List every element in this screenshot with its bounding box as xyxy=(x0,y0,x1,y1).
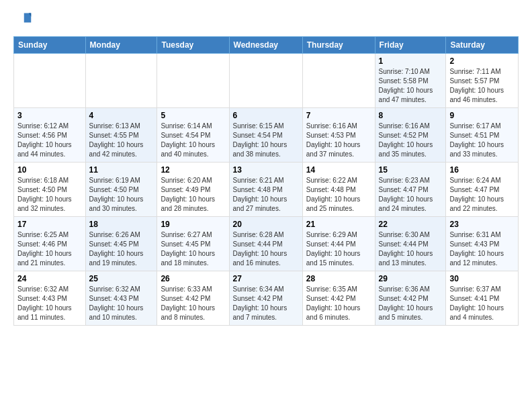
calendar-cell: 27Sunrise: 6:34 AM Sunset: 4:42 PM Dayli… xyxy=(229,271,302,326)
calendar-cell: 4Sunrise: 6:13 AM Sunset: 4:55 PM Daylig… xyxy=(85,108,157,163)
col-header-saturday: Saturday xyxy=(446,37,519,54)
day-number: 7 xyxy=(306,111,371,120)
day-info: Sunrise: 6:34 AM Sunset: 4:42 PM Dayligh… xyxy=(233,285,299,322)
day-info: Sunrise: 7:11 AM Sunset: 5:57 PM Dayligh… xyxy=(449,67,515,105)
calendar-cell: 16Sunrise: 6:24 AM Sunset: 4:47 PM Dayli… xyxy=(446,163,519,217)
calendar-cell: 12Sunrise: 6:20 AM Sunset: 4:49 PM Dayli… xyxy=(157,163,229,217)
day-info: Sunrise: 6:15 AM Sunset: 4:54 PM Dayligh… xyxy=(233,122,299,159)
day-number: 5 xyxy=(161,111,225,120)
col-header-wednesday: Wednesday xyxy=(229,37,302,54)
day-number: 30 xyxy=(449,274,515,283)
day-number: 11 xyxy=(89,165,154,175)
col-header-monday: Monday xyxy=(85,37,157,54)
calendar-cell: 30Sunrise: 6:37 AM Sunset: 4:41 PM Dayli… xyxy=(446,271,519,326)
day-info: Sunrise: 6:16 AM Sunset: 4:53 PM Dayligh… xyxy=(306,122,371,159)
day-info: Sunrise: 6:23 AM Sunset: 4:47 PM Dayligh… xyxy=(379,176,443,214)
col-header-sunday: Sunday xyxy=(14,37,86,54)
day-info: Sunrise: 6:35 AM Sunset: 4:42 PM Dayligh… xyxy=(306,285,371,322)
day-info: Sunrise: 6:17 AM Sunset: 4:51 PM Dayligh… xyxy=(449,122,515,159)
calendar-cell: 13Sunrise: 6:21 AM Sunset: 4:48 PM Dayli… xyxy=(229,163,302,217)
page-header xyxy=(13,11,519,30)
calendar-cell: 18Sunrise: 6:26 AM Sunset: 4:45 PM Dayli… xyxy=(85,217,157,271)
calendar-cell: 17Sunrise: 6:25 AM Sunset: 4:46 PM Dayli… xyxy=(14,217,86,271)
day-info: Sunrise: 6:36 AM Sunset: 4:42 PM Dayligh… xyxy=(379,285,443,322)
logo xyxy=(13,11,35,30)
day-info: Sunrise: 6:32 AM Sunset: 4:43 PM Dayligh… xyxy=(17,285,82,322)
day-number: 28 xyxy=(306,274,371,283)
calendar-cell xyxy=(302,54,375,108)
calendar-cell: 25Sunrise: 6:32 AM Sunset: 4:43 PM Dayli… xyxy=(85,271,157,326)
calendar-cell: 29Sunrise: 6:36 AM Sunset: 4:42 PM Dayli… xyxy=(375,271,446,326)
calendar-cell: 28Sunrise: 6:35 AM Sunset: 4:42 PM Dayli… xyxy=(302,271,375,326)
calendar-cell xyxy=(157,54,229,108)
day-number: 22 xyxy=(379,220,443,229)
day-number: 15 xyxy=(379,165,443,175)
day-info: Sunrise: 6:32 AM Sunset: 4:43 PM Dayligh… xyxy=(89,285,154,322)
calendar-cell: 8Sunrise: 6:16 AM Sunset: 4:52 PM Daylig… xyxy=(375,108,446,163)
day-number: 26 xyxy=(161,274,225,283)
calendar-cell: 20Sunrise: 6:28 AM Sunset: 4:44 PM Dayli… xyxy=(229,217,302,271)
day-info: Sunrise: 6:37 AM Sunset: 4:41 PM Dayligh… xyxy=(449,285,515,322)
calendar-cell: 10Sunrise: 6:18 AM Sunset: 4:50 PM Dayli… xyxy=(14,163,86,217)
day-number: 10 xyxy=(17,165,82,175)
day-number: 3 xyxy=(17,111,82,120)
calendar-cell: 24Sunrise: 6:32 AM Sunset: 4:43 PM Dayli… xyxy=(14,271,86,326)
day-number: 27 xyxy=(233,274,299,283)
day-info: Sunrise: 6:25 AM Sunset: 4:46 PM Dayligh… xyxy=(17,230,82,268)
day-info: Sunrise: 6:22 AM Sunset: 4:48 PM Dayligh… xyxy=(306,176,371,214)
day-number: 12 xyxy=(161,165,225,175)
day-number: 24 xyxy=(17,274,82,283)
day-number: 17 xyxy=(17,220,82,229)
day-info: Sunrise: 6:28 AM Sunset: 4:44 PM Dayligh… xyxy=(233,230,299,268)
calendar-cell: 14Sunrise: 6:22 AM Sunset: 4:48 PM Dayli… xyxy=(302,163,375,217)
logo-icon xyxy=(13,11,32,30)
day-number: 2 xyxy=(449,56,515,66)
calendar-table: SundayMondayTuesdayWednesdayThursdayFrid… xyxy=(13,36,519,326)
day-info: Sunrise: 6:20 AM Sunset: 4:49 PM Dayligh… xyxy=(161,176,225,214)
day-info: Sunrise: 6:13 AM Sunset: 4:55 PM Dayligh… xyxy=(89,122,154,159)
calendar-cell: 5Sunrise: 6:14 AM Sunset: 4:54 PM Daylig… xyxy=(157,108,229,163)
day-number: 14 xyxy=(306,165,371,175)
day-info: Sunrise: 6:19 AM Sunset: 4:50 PM Dayligh… xyxy=(89,176,154,214)
day-number: 13 xyxy=(233,165,299,175)
calendar-cell: 21Sunrise: 6:29 AM Sunset: 4:44 PM Dayli… xyxy=(302,217,375,271)
day-number: 23 xyxy=(449,220,515,229)
day-number: 25 xyxy=(89,274,154,283)
calendar-cell: 9Sunrise: 6:17 AM Sunset: 4:51 PM Daylig… xyxy=(446,108,519,163)
header-row: SundayMondayTuesdayWednesdayThursdayFrid… xyxy=(14,37,519,54)
day-info: Sunrise: 6:31 AM Sunset: 4:43 PM Dayligh… xyxy=(449,230,515,268)
day-number: 21 xyxy=(306,220,371,229)
day-number: 9 xyxy=(449,111,515,120)
calendar-cell: 22Sunrise: 6:30 AM Sunset: 4:44 PM Dayli… xyxy=(375,217,446,271)
day-info: Sunrise: 6:33 AM Sunset: 4:42 PM Dayligh… xyxy=(161,285,225,322)
calendar-week-4: 17Sunrise: 6:25 AM Sunset: 4:46 PM Dayli… xyxy=(14,217,519,271)
day-info: Sunrise: 6:24 AM Sunset: 4:47 PM Dayligh… xyxy=(449,176,515,214)
day-number: 4 xyxy=(89,111,154,120)
day-info: Sunrise: 7:10 AM Sunset: 5:58 PM Dayligh… xyxy=(379,67,443,105)
calendar-cell: 7Sunrise: 6:16 AM Sunset: 4:53 PM Daylig… xyxy=(302,108,375,163)
day-number: 6 xyxy=(233,111,299,120)
col-header-tuesday: Tuesday xyxy=(157,37,229,54)
calendar-cell: 23Sunrise: 6:31 AM Sunset: 4:43 PM Dayli… xyxy=(446,217,519,271)
calendar-cell: 11Sunrise: 6:19 AM Sunset: 4:50 PM Dayli… xyxy=(85,163,157,217)
day-number: 29 xyxy=(379,274,443,283)
day-number: 19 xyxy=(161,220,225,229)
day-number: 20 xyxy=(233,220,299,229)
day-number: 1 xyxy=(379,56,443,66)
calendar-cell: 6Sunrise: 6:15 AM Sunset: 4:54 PM Daylig… xyxy=(229,108,302,163)
calendar-cell: 1Sunrise: 7:10 AM Sunset: 5:58 PM Daylig… xyxy=(375,54,446,108)
day-number: 16 xyxy=(449,165,515,175)
col-header-friday: Friday xyxy=(375,37,446,54)
day-info: Sunrise: 6:29 AM Sunset: 4:44 PM Dayligh… xyxy=(306,230,371,268)
day-info: Sunrise: 6:21 AM Sunset: 4:48 PM Dayligh… xyxy=(233,176,299,214)
calendar-cell xyxy=(14,54,86,108)
calendar-cell: 19Sunrise: 6:27 AM Sunset: 4:45 PM Dayli… xyxy=(157,217,229,271)
day-info: Sunrise: 6:12 AM Sunset: 4:56 PM Dayligh… xyxy=(17,122,82,159)
calendar-cell: 3Sunrise: 6:12 AM Sunset: 4:56 PM Daylig… xyxy=(14,108,86,163)
calendar-week-1: 1Sunrise: 7:10 AM Sunset: 5:58 PM Daylig… xyxy=(14,54,519,108)
calendar-week-3: 10Sunrise: 6:18 AM Sunset: 4:50 PM Dayli… xyxy=(14,163,519,217)
day-number: 8 xyxy=(379,111,443,120)
calendar-cell xyxy=(229,54,302,108)
calendar-cell: 26Sunrise: 6:33 AM Sunset: 4:42 PM Dayli… xyxy=(157,271,229,326)
calendar-cell: 2Sunrise: 7:11 AM Sunset: 5:57 PM Daylig… xyxy=(446,54,519,108)
